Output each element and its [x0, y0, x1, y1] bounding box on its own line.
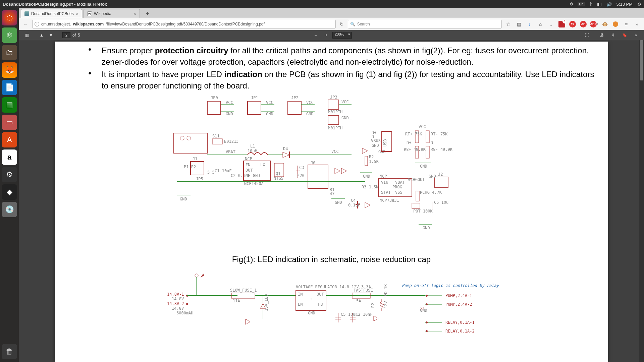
menu-button[interactable]: ≡ — [622, 20, 631, 28]
svg-text:GND: GND — [335, 200, 342, 205]
tab-close-button[interactable]: × — [76, 11, 78, 16]
page-down-button[interactable]: ▼ — [46, 31, 56, 40]
trash-icon[interactable]: 🗑 — [2, 344, 17, 359]
svg-text:GND: GND — [308, 311, 315, 315]
scrollbar-thumb[interactable] — [640, 40, 643, 80]
settings-gear-icon[interactable]: ⚙ — [637, 2, 641, 7]
svg-text:15V_LED: 15V_LED — [264, 294, 269, 311]
sidebar-toggle-button[interactable]: ▥ — [22, 31, 32, 40]
vertical-scrollbar[interactable] — [639, 40, 644, 362]
svg-point-136 — [195, 274, 198, 277]
pdf-viewport[interactable]: Ensure proper protection circuitry for a… — [19, 40, 644, 362]
svg-text:C3: C3 — [299, 165, 304, 170]
url-input[interactable]: i cmumrsdproject.wikispaces.com/file/vie… — [32, 20, 336, 28]
tab-wikipedia[interactable]: W Wikipedia × — [84, 9, 140, 18]
disk-icon[interactable]: 💿 — [2, 202, 17, 217]
volume-icon[interactable]: 🔊 — [606, 2, 612, 7]
extension-adblock-icon[interactable]: AB — [579, 20, 588, 28]
system-settings-icon[interactable]: ⚙ — [2, 167, 17, 182]
extension-ublock-icon[interactable]: 🛡 — [568, 20, 577, 28]
svg-rect-105 — [426, 131, 429, 143]
calc-app-icon[interactable]: ▦ — [2, 97, 17, 113]
search-placeholder: Search — [357, 22, 370, 26]
files-app-icon[interactable]: 🗂 — [2, 45, 17, 60]
network-icon[interactable]: ⥁ — [570, 2, 573, 7]
bookmark-star-button[interactable]: ☆ — [504, 20, 513, 28]
svg-text:USB: USB — [383, 139, 387, 147]
print-button[interactable]: 🖶 — [597, 31, 606, 40]
input-lang-indicator[interactable]: En — [578, 2, 585, 6]
svg-text:J0: J0 — [311, 161, 315, 165]
impress-app-icon[interactable]: ▭ — [2, 115, 17, 130]
schematic-fig2: 14.8V-1 14.8V 14.8V-2 14.8V 6000mAH SLOW… — [68, 269, 595, 336]
svg-text:S11: S11 — [212, 134, 220, 138]
svg-text:NCP1450A: NCP1450A — [244, 181, 264, 186]
writer-app-icon[interactable]: 📄 — [2, 80, 17, 95]
tab-close-button[interactable]: × — [133, 11, 136, 16]
svg-marker-68 — [335, 168, 340, 174]
home-button[interactable]: ⌂ — [536, 20, 545, 28]
svg-rect-66 — [308, 165, 328, 188]
extension-lastpass-icon[interactable]: ⋯3 — [557, 20, 566, 28]
overflow-button[interactable]: » — [633, 20, 641, 28]
extension-generic-icon[interactable] — [611, 20, 620, 28]
svg-text:GND: GND — [420, 308, 427, 313]
svg-rect-75 — [365, 156, 368, 166]
svg-point-175 — [426, 303, 428, 305]
favicon-icon: W — [87, 11, 92, 16]
page-text: Ensure proper protection circuitry for a… — [68, 45, 595, 91]
svg-text:JP2: JP2 — [291, 96, 299, 100]
obs-app-icon[interactable]: ◆ — [2, 184, 17, 200]
tools-menu-button[interactable]: » — [631, 31, 641, 40]
svg-text:VCC: VCC — [331, 149, 339, 154]
svg-rect-12 — [288, 101, 301, 115]
svg-text:VBAT: VBAT — [226, 149, 235, 154]
zoom-out-button[interactable]: − — [311, 31, 320, 40]
reload-button[interactable]: ↻ — [338, 21, 346, 27]
svg-text:GND: GND — [429, 174, 436, 179]
svg-text:MCP73831: MCP73831 — [380, 198, 399, 203]
page-number-input[interactable] — [62, 32, 70, 38]
extension-abp-icon[interactable]: ABP▾ — [590, 20, 598, 28]
svg-point-134 — [186, 303, 188, 305]
extension-greasemonkey-icon[interactable]: 🐵 — [600, 20, 609, 28]
site-info-icon[interactable]: i — [35, 22, 39, 26]
svg-rect-109 — [426, 146, 429, 158]
svg-text:JP0: JP0 — [211, 96, 218, 100]
download-pdf-button[interactable]: ⇩ — [608, 31, 618, 40]
reader-button[interactable]: ▤ — [515, 20, 523, 28]
svg-text:GND: GND — [226, 112, 233, 116]
zoom-in-button[interactable]: + — [322, 31, 331, 40]
battery-icon[interactable]: ▮▯ — [597, 2, 602, 7]
search-input[interactable]: 🔍 Search — [348, 20, 502, 28]
svg-text:E01213: E01213 — [224, 139, 238, 144]
pocket-button[interactable]: ⌄ — [547, 20, 555, 28]
new-tab-button[interactable]: + — [141, 9, 154, 18]
downloads-button[interactable]: ↓ — [525, 20, 534, 28]
zoom-select[interactable]: 200% ▾ — [332, 32, 352, 39]
clock[interactable]: 5:13 PM — [616, 2, 633, 7]
svg-text:6000mAH: 6000mAH — [176, 311, 194, 315]
zoom-controls: − + 200% ▾ — [311, 31, 352, 40]
bookmark-pdf-button[interactable]: 🔖 — [620, 31, 629, 40]
fullscreen-button[interactable]: ⛶ — [582, 31, 592, 40]
fig1-caption: Fig(1): LED indication in schematic, noi… — [68, 255, 595, 264]
atom-app-icon[interactable]: ⚛ — [2, 27, 17, 43]
back-button[interactable]: ← — [21, 20, 30, 28]
svg-rect-119 — [416, 191, 419, 201]
software-center-icon[interactable]: A — [2, 132, 17, 147]
svg-text:C5
10u: C5 10u — [434, 200, 448, 205]
firefox-app-icon[interactable]: 🦊 — [2, 62, 17, 78]
svg-text:14.8V-2: 14.8V-2 — [167, 301, 184, 306]
svg-rect-27 — [174, 133, 207, 153]
dash-icon[interactable]: ◌ — [2, 10, 17, 25]
page-up-button[interactable]: ▲ — [37, 31, 46, 40]
svg-text:220: 220 — [297, 173, 305, 178]
svg-text:GND: GND — [180, 197, 187, 201]
tab-active[interactable]: DosandDontsofPCBdes × — [21, 9, 82, 18]
window-title: DosandDontsofPCBdesigning.pdf - Mozilla … — [3, 2, 570, 7]
schematic1-svg: JP0 VCC GND JP1 VCC GND JP2 VCC — [164, 95, 499, 249]
svg-point-28 — [180, 136, 184, 140]
bluetooth-icon[interactable]: ᛒ — [590, 2, 592, 7]
amazon-app-icon[interactable]: a — [2, 149, 17, 165]
